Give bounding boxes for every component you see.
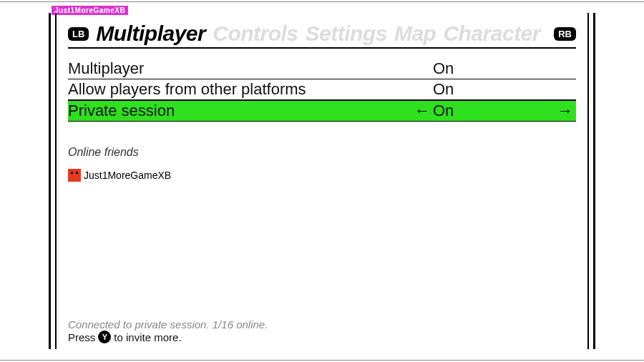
rb-bumper-icon[interactable]: RB [554, 27, 576, 41]
setting-row-crossplay[interactable]: Allow players from other platforms On [68, 79, 576, 100]
setting-label: Multiplayer [68, 59, 411, 78]
setting-row-private-session[interactable]: Private session ← On → [68, 100, 576, 122]
arrow-left-icon[interactable]: ← [411, 102, 433, 120]
outer-border-top [0, 1, 644, 2]
invite-prompt: Press Y to invite more. [68, 331, 576, 343]
tab-map[interactable]: Map [394, 21, 436, 46]
menu-frame: LB Multiplayer Controls Settings Map Cha… [49, 13, 595, 349]
footer: Connected to private session. 1/16 onlin… [68, 318, 576, 343]
setting-value: On [433, 59, 555, 78]
settings-list: Multiplayer On Allow players from other … [68, 59, 576, 122]
connection-status: Connected to private session. 1/16 onlin… [68, 318, 576, 331]
tab-multiplayer[interactable]: Multiplayer [96, 21, 205, 46]
outer-border-bottom [0, 360, 644, 361]
setting-value: On [433, 80, 555, 99]
tab-controls[interactable]: Controls [213, 21, 298, 46]
setting-label: Allow players from other platforms [68, 80, 411, 99]
prompt-post: to invite more. [114, 331, 181, 343]
lb-bumper-icon[interactable]: LB [68, 27, 89, 41]
prompt-pre: Press [68, 331, 95, 343]
setting-value: On [433, 102, 555, 120]
tab-character[interactable]: Character [443, 21, 540, 46]
friend-name: Just1MoreGameXB [84, 170, 171, 181]
arrow-right-icon[interactable]: → [555, 102, 576, 120]
friend-avatar-icon [68, 169, 81, 182]
setting-label: Private session [68, 102, 411, 120]
y-button-icon[interactable]: Y [98, 331, 111, 343]
setting-row-multiplayer[interactable]: Multiplayer On [68, 59, 576, 79]
friends-title: Online friends [68, 146, 576, 159]
friend-entry[interactable]: Just1MoreGameXB [68, 169, 576, 182]
tab-settings[interactable]: Settings [306, 21, 387, 46]
tab-bar: LB Multiplayer Controls Settings Map Cha… [68, 21, 576, 49]
menu-inner: LB Multiplayer Controls Settings Map Cha… [55, 13, 589, 349]
friends-section: Online friends Just1MoreGameXB [68, 146, 576, 182]
